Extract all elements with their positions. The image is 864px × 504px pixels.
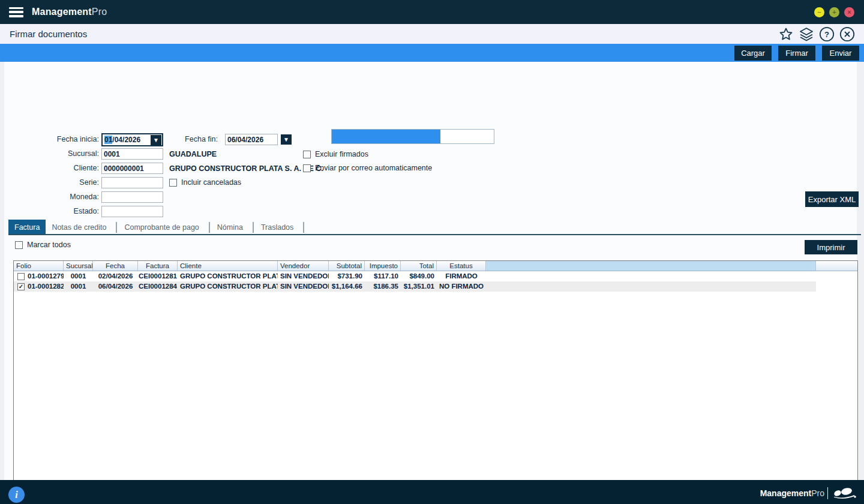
cell-impuesto: $186.35 xyxy=(373,281,398,292)
column-header-estatus[interactable]: Estatus xyxy=(437,261,486,271)
layers-icon[interactable] xyxy=(798,26,815,43)
tab-comprobante-de-pago[interactable]: Comprobante de pago xyxy=(118,220,205,235)
row-checkbox[interactable] xyxy=(17,273,25,280)
cell-sucursal: 0001 xyxy=(71,281,86,292)
incluir-canceladas-row: Incluir canceladas xyxy=(169,178,241,187)
exportar-xml-button[interactable]: Exportar XML xyxy=(805,191,859,207)
tab-separator xyxy=(209,222,210,233)
column-header-impuesto[interactable]: Impuesto xyxy=(365,261,401,271)
progress-bar xyxy=(331,129,494,144)
table-cell-sucursal: 0001 xyxy=(64,271,93,281)
table-body: 01-0001279000102/04/2026CEI0001281GRUPO … xyxy=(14,271,857,292)
fecha-fin-dropdown[interactable]: ▼ xyxy=(281,134,292,145)
excluir-firmados-row: Excluir firmados xyxy=(303,150,368,158)
page-title: Firmar documentos xyxy=(10,29,87,39)
cell-folio: 01-0001282 xyxy=(28,281,64,292)
table-cell-vendedor: SIN VENDEDOR xyxy=(278,281,329,292)
cell-subtotal: $1,164.66 xyxy=(332,281,362,292)
column-header-cliente[interactable]: Cliente xyxy=(178,261,278,271)
maximize-button[interactable]: + xyxy=(829,7,839,17)
table-cell-total: $1,351.01 xyxy=(401,281,437,292)
table-cell-cliente: GRUPO CONSTRUCTOR PLATA xyxy=(178,281,278,292)
minimize-button[interactable]: – xyxy=(814,7,824,17)
window-controls: –+× xyxy=(814,0,854,24)
tab-nomina[interactable]: Nómina xyxy=(211,220,249,235)
column-header-filler xyxy=(816,261,857,271)
cargar-button[interactable]: Cargar xyxy=(734,46,772,61)
column-header-fecha[interactable]: Fecha xyxy=(93,261,138,271)
excluir-firmados-label: Excluir firmados xyxy=(315,150,368,158)
table-cell-cliente: GRUPO CONSTRUCTOR PLATA xyxy=(178,271,278,281)
table-cell-estatus: NO FIRMADO xyxy=(437,281,486,292)
tabs-underline xyxy=(8,234,861,235)
favorite-star-icon[interactable] xyxy=(778,26,794,43)
estado-label: Estado: xyxy=(33,207,99,215)
enviar-button[interactable]: Enviar xyxy=(822,46,859,61)
cell-fecha: 06/04/2026 xyxy=(98,281,133,292)
close-icon[interactable] xyxy=(839,26,856,43)
fecha-fin-input[interactable] xyxy=(225,134,278,145)
tab-notas-de-credito[interactable]: Notas de credito xyxy=(46,220,112,235)
footer-logo-mark-icon xyxy=(832,485,857,502)
column-header-highlighted-filler[interactable] xyxy=(486,261,816,271)
screen-title-bar: Firmar documentos ? xyxy=(0,24,864,44)
serie-input[interactable] xyxy=(101,177,163,188)
serie-label: Serie: xyxy=(33,178,99,187)
cell-vendedor: SIN VENDEDOR xyxy=(280,271,329,281)
hamburger-menu-icon[interactable] xyxy=(9,7,23,17)
cell-estatus: NO FIRMADO xyxy=(439,281,484,292)
firmar-button[interactable]: Firmar xyxy=(778,46,815,61)
tab-factura[interactable]: Factura xyxy=(8,220,46,235)
column-header-sucursal[interactable]: Sucursal xyxy=(64,261,93,271)
help-icon[interactable]: ? xyxy=(818,26,835,43)
cell-cliente: GRUPO CONSTRUCTOR PLATA xyxy=(180,271,278,281)
content-panel: Fecha inicia: 01/04/2026 ▼ Fecha fin: ▼ … xyxy=(4,62,857,480)
cell-total: $849.00 xyxy=(409,271,434,281)
document-tabs: FacturaNotas de creditoComprobante de pa… xyxy=(8,220,305,235)
column-header-vendedor[interactable]: Vendedor xyxy=(278,261,329,271)
cell-impuesto: $117.10 xyxy=(374,271,398,281)
incluir-canceladas-checkbox[interactable] xyxy=(169,179,177,187)
brand-bold: Management xyxy=(32,7,92,17)
table-cell-vendedor: SIN VENDEDOR xyxy=(278,271,329,281)
estado-input[interactable] xyxy=(101,206,163,217)
tab-traslados[interactable]: Traslados xyxy=(255,220,299,235)
table-row[interactable]: ✓01-0001282000106/04/2026CEI0001284GRUPO… xyxy=(14,281,816,292)
tab-separator xyxy=(116,222,117,233)
table-cell-factura: CEI0001284 xyxy=(138,281,178,292)
column-header-subtotal[interactable]: Subtotal xyxy=(329,261,365,271)
sucursal-label: Sucursal: xyxy=(33,149,99,158)
column-header-folio[interactable]: Folio xyxy=(14,261,64,271)
progress-fill xyxy=(332,130,440,143)
excluir-firmados-checkbox[interactable] xyxy=(303,151,311,158)
tab-separator xyxy=(253,222,254,233)
cliente-name: GRUPO CONSTRUCTOR PLATA S. A. DE C. xyxy=(169,164,323,173)
imprimir-button[interactable]: Imprimir xyxy=(805,240,857,254)
incluir-canceladas-label: Incluir canceladas xyxy=(181,178,241,187)
enviar-correo-checkbox[interactable] xyxy=(303,164,311,172)
title-icons: ? xyxy=(778,24,856,44)
row-checkbox[interactable]: ✓ xyxy=(17,283,25,290)
toolbar-buttons: CargarFirmarEnviar xyxy=(734,46,859,61)
cliente-input[interactable] xyxy=(101,163,163,174)
cell-factura: CEI0001281 xyxy=(139,271,177,281)
table-cell-total: $849.00 xyxy=(401,271,437,281)
info-icon[interactable]: i xyxy=(8,487,25,503)
sucursal-input[interactable] xyxy=(101,148,163,160)
footer-brand-bold: Management xyxy=(760,488,812,498)
cell-fecha: 02/04/2026 xyxy=(98,271,133,281)
brand-light: Pro xyxy=(92,7,107,17)
moneda-input[interactable] xyxy=(101,191,163,203)
fecha-fin-label: Fecha fin: xyxy=(153,135,218,143)
marcar-todos-checkbox[interactable] xyxy=(15,241,23,249)
cell-folio: 01-0001279 xyxy=(28,271,64,281)
table-header-row: FolioSucursalFechaFacturaClienteVendedor… xyxy=(14,261,857,271)
footer-brand-light: Pro xyxy=(811,488,824,498)
close-window-button[interactable]: × xyxy=(844,7,854,17)
table-cell-fecha: 02/04/2026 xyxy=(93,271,138,281)
fecha-inicia-label: Fecha inicia: xyxy=(33,135,99,143)
column-header-total[interactable]: Total xyxy=(401,261,437,271)
table-row[interactable]: 01-0001279000102/04/2026CEI0001281GRUPO … xyxy=(14,271,816,281)
cell-total: $1,351.01 xyxy=(404,281,434,292)
column-header-factura[interactable]: Factura xyxy=(138,261,178,271)
